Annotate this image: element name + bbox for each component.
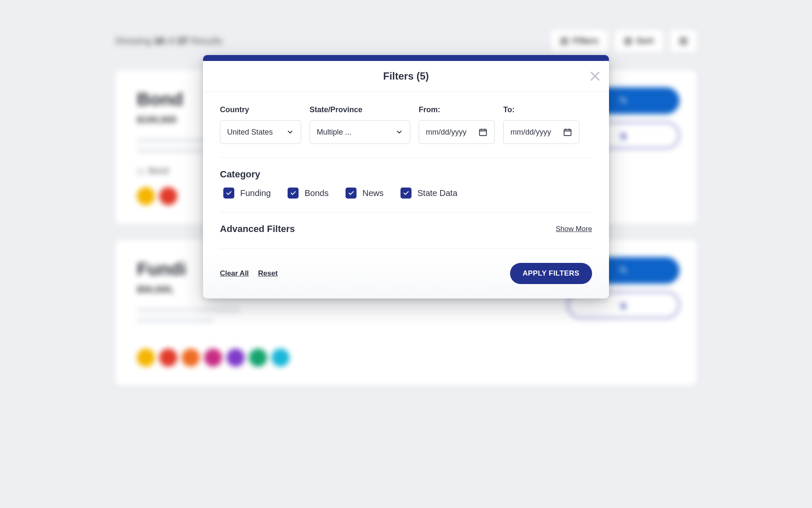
state-field: State/Province Multiple ... [310,105,410,144]
advanced-heading: Advanced Filters [220,224,295,235]
state-value: Multiple ... [317,128,351,137]
chevron-down-icon [395,128,403,136]
checkbox-checked-icon [401,188,411,199]
country-field: Country United States [220,105,301,144]
category-label: News [362,188,384,198]
country-select[interactable]: United States [220,120,301,144]
from-label: From: [419,105,495,114]
state-select[interactable]: Multiple ... [310,120,410,144]
svg-rect-0 [480,130,487,136]
category-row: Funding Bonds News State Data [220,188,592,199]
from-date-input[interactable]: mm/dd/yyyy [419,120,495,144]
category-funding[interactable]: Funding [223,188,271,199]
to-field: To: mm/dd/yyyy [503,105,579,144]
to-date-input[interactable]: mm/dd/yyyy [503,120,579,144]
category-bonds[interactable]: Bonds [288,188,329,199]
modal-title: Filters (5) [203,70,609,82]
checkbox-checked-icon [223,188,234,199]
category-label: Bonds [304,188,329,198]
modal-header: Filters (5) [203,61,609,92]
show-more-link[interactable]: Show More [556,225,592,233]
clear-all-button[interactable]: Clear All [220,269,249,278]
checkbox-checked-icon [288,188,299,199]
category-heading: Category [220,169,592,180]
from-placeholder: mm/dd/yyyy [426,128,466,137]
calendar-icon [478,127,488,137]
svg-rect-1 [564,130,571,136]
category-label: Funding [240,188,271,198]
filter-row: Country United States State/Province Mul… [220,105,592,144]
category-state-data[interactable]: State Data [401,188,458,199]
reset-button[interactable]: Reset [258,269,277,278]
to-placeholder: mm/dd/yyyy [510,128,551,137]
category-label: State Data [417,188,458,198]
to-label: To: [503,105,579,114]
chevron-down-icon [286,128,294,136]
state-label: State/Province [310,105,410,114]
from-field: From: mm/dd/yyyy [419,105,495,144]
checkbox-checked-icon [346,188,357,199]
modal-footer: Clear All Reset APPLY FILTERS [203,252,609,298]
close-icon [589,70,601,83]
filters-modal: Filters (5) Country United States State/… [203,55,609,298]
calendar-icon [563,127,572,137]
close-button[interactable] [589,70,601,83]
category-news[interactable]: News [346,188,384,199]
country-label: Country [220,105,301,114]
apply-filters-button[interactable]: APPLY FILTERS [510,263,592,284]
modal-overlay: Filters (5) Country United States State/… [0,0,812,508]
country-value: United States [227,128,273,137]
